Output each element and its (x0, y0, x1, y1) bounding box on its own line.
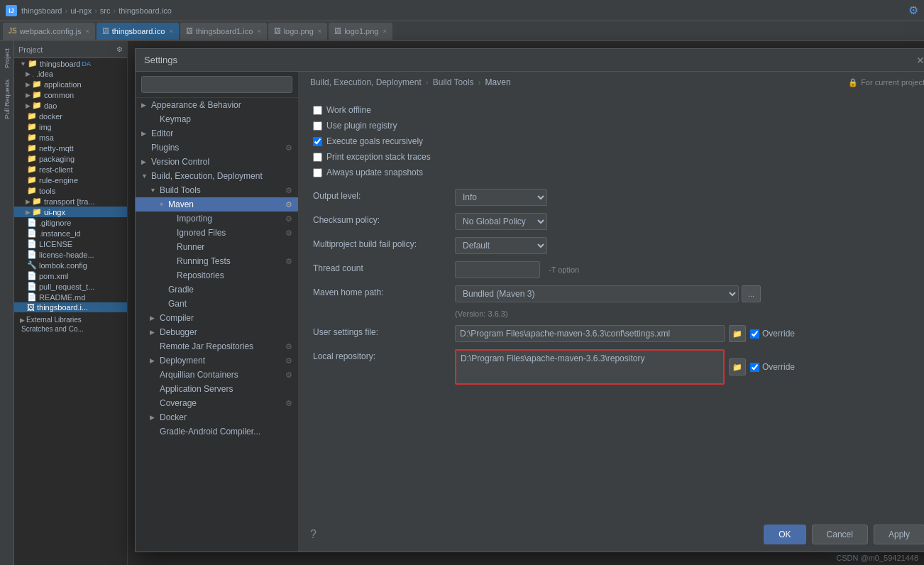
tree-license[interactable]: 📄 LICENSE (14, 238, 127, 249)
stree-keymap[interactable]: Keymap (136, 112, 298, 126)
update-snapshots-checkbox[interactable] (313, 168, 322, 177)
help-button[interactable]: ? (310, 528, 317, 541)
stree-remotejar[interactable]: Remote Jar Repositories ⚙ (136, 339, 298, 353)
stack-traces-checkbox[interactable] (313, 153, 322, 162)
stree-buildtools[interactable]: ▼ Build Tools ⚙ (136, 183, 298, 197)
breadcrumb-module: ui-ngx (70, 6, 92, 15)
thread-count-input[interactable] (455, 261, 540, 278)
tree-netty[interactable]: 📁 netty-mqtt (14, 143, 127, 153)
multiproject-select[interactable]: Default Fail at end Never fail (455, 237, 547, 254)
stree-runner[interactable]: Runner (136, 240, 298, 254)
stree-repos[interactable]: Repositories (136, 268, 298, 282)
stree-editor[interactable]: ▶ Editor (136, 126, 298, 141)
user-settings-file-row: 📁 Override (455, 325, 795, 342)
maven-home-browse-button[interactable]: ... (742, 285, 761, 302)
side-tab-project[interactable]: Project (2, 44, 12, 72)
stree-plugins[interactable]: Plugins ⚙ (136, 141, 298, 155)
tree-ruleengine[interactable]: 📁 rule-engine (14, 175, 127, 185)
maven-home-select[interactable]: Bundled (Maven 3) (455, 285, 739, 302)
file-pomxml: 📄 (27, 271, 37, 280)
tree-packaging[interactable]: 📁 packaging (14, 153, 127, 164)
coverage-gear-icon: ⚙ (285, 399, 292, 408)
tree-tools[interactable]: 📁 tools (14, 185, 127, 196)
user-settings-browse-button[interactable]: 📁 (729, 325, 746, 342)
tree-dao[interactable]: ▶ 📁 dao (14, 100, 127, 111)
tree-label-pomxml: pom.xml (39, 272, 69, 280)
tree-msa[interactable]: 📁 msa (14, 132, 127, 143)
tab-thingsboard[interactable]: 🖼 thingsboard.ico × (97, 23, 179, 40)
tree-common[interactable]: ▶ 📁 common (14, 89, 127, 100)
checksum-select[interactable]: No Global Policy Fail Warn Ignore (455, 213, 547, 230)
tab-logo[interactable]: 🖼 logo.png × (268, 23, 327, 40)
settings-search-input[interactable] (141, 76, 292, 93)
stree-runningtests[interactable]: Running Tests ⚙ (136, 254, 298, 268)
tree-lombok[interactable]: 🔧 lombok.config (14, 260, 127, 270)
tree-scratches[interactable]: Scratches and Co... (14, 324, 127, 334)
stree-gradle-android[interactable]: Gradle-Android Compiler... (136, 424, 298, 439)
dialog-close-button[interactable]: ✕ (913, 53, 924, 67)
tree-licenseheader[interactable]: 📄 license-heade... (14, 249, 127, 260)
t-option-label: -T option (549, 265, 579, 274)
settings-nav-tree: ▶ Appearance & Behavior Keymap ▶ Editor (136, 98, 298, 552)
local-repo-browse-button[interactable]: 📁 (729, 358, 746, 375)
stree-versioncontrol[interactable]: ▶ Version Control (136, 155, 298, 169)
stree-compiler[interactable]: ▶ Compiler (136, 311, 298, 325)
tree-thingsboard[interactable]: ▼ 📁 thingsboard DA (14, 58, 127, 69)
work-offline-label: Work offline (326, 105, 371, 115)
project-tag: 🔒 For current project (848, 78, 924, 87)
output-level-select[interactable]: Info Debug Warn Error (455, 189, 547, 206)
breadcrumb-build: Build, Execution, Deployment (310, 77, 422, 87)
cancel-button[interactable]: Cancel (812, 525, 868, 544)
tree-transport[interactable]: ▶ 📁 transport [tra... (14, 196, 127, 207)
tree-pomxml[interactable]: 📄 pom.xml (14, 270, 127, 281)
tree-instanceid[interactable]: 📄 .instance_id (14, 228, 127, 238)
stree-docker[interactable]: ▶ Docker (136, 410, 298, 424)
tree-application[interactable]: ▶ 📁 application (14, 79, 127, 89)
stree-arquillian[interactable]: Arquillian Containers ⚙ (136, 368, 298, 382)
work-offline-checkbox[interactable] (313, 106, 322, 115)
local-repo-override-checkbox[interactable] (750, 363, 759, 372)
user-settings-input[interactable] (455, 325, 725, 342)
tree-gitignore[interactable]: 📄 .gitignore (14, 217, 127, 228)
tree-uingx[interactable]: ▶ 📁 ui-ngx (14, 207, 127, 217)
tree-idea[interactable]: ▶ . .idea (14, 69, 127, 79)
tree-extlibs[interactable]: ▶ External Libraries (14, 315, 127, 324)
tree-readme[interactable]: 📄 README.md (14, 292, 127, 302)
tab-close-logo[interactable]: × (318, 28, 321, 35)
tree-thingsboardico[interactable]: 🖼 thingsboard.i... (14, 302, 127, 312)
panel-settings[interactable]: ⚙ (116, 45, 123, 53)
tree-label-license: LICENSE (39, 240, 72, 248)
tab-webpack[interactable]: JS webpack.config.js × (3, 23, 95, 40)
tab-close-logo1[interactable]: × (383, 28, 386, 35)
stree-appservers[interactable]: Application Servers (136, 382, 298, 396)
tab-thingsboard1[interactable]: 🖼 thingsboard1.ico × (180, 23, 267, 40)
user-settings-override-checkbox[interactable] (750, 329, 759, 339)
stree-importing[interactable]: Importing ⚙ (136, 212, 298, 226)
stree-deployment[interactable]: ▶ Deployment ⚙ (136, 353, 298, 368)
stree-gant[interactable]: Gant (136, 297, 298, 311)
tab-logo1[interactable]: 🖼 logo1.png × (329, 23, 392, 40)
stree-debugger[interactable]: ▶ Debugger (136, 325, 298, 339)
stree-build-exec[interactable]: ▼ Build, Execution, Deployment (136, 169, 298, 183)
deployment-gear-icon: ⚙ (285, 356, 292, 366)
stree-coverage[interactable]: Coverage ⚙ (136, 396, 298, 410)
tree-restclient[interactable]: 📁 rest-client (14, 164, 127, 175)
stree-appearance[interactable]: ▶ Appearance & Behavior (136, 98, 298, 112)
tree-docker[interactable]: 📁 docker (14, 111, 127, 121)
ok-button[interactable]: OK (764, 525, 805, 544)
local-repo-override-label: Override (762, 362, 795, 372)
tree-pullrequest[interactable]: 📄 pull_request_t... (14, 281, 127, 292)
stree-gradle[interactable]: Gradle (136, 282, 298, 297)
goals-recursive-checkbox[interactable] (313, 137, 322, 146)
apply-button[interactable]: Apply (874, 525, 924, 544)
plugin-registry-checkbox[interactable] (313, 121, 322, 131)
tree-img[interactable]: 📁 img (14, 121, 127, 132)
tab-close-thingsboard1[interactable]: × (257, 28, 260, 35)
stree-ignoredfiles[interactable]: Ignored Files ⚙ (136, 226, 298, 240)
tree-label-scratches: Scratches and Co... (21, 325, 84, 333)
stree-maven[interactable]: ▼ Maven ⚙ (136, 197, 298, 212)
arrow-compiler: ▶ (150, 314, 157, 322)
tab-close-webpack[interactable]: × (86, 28, 89, 35)
tab-close-thingsboard[interactable]: × (169, 28, 172, 35)
side-tab-pullreq[interactable]: Pull Requests (2, 75, 12, 124)
